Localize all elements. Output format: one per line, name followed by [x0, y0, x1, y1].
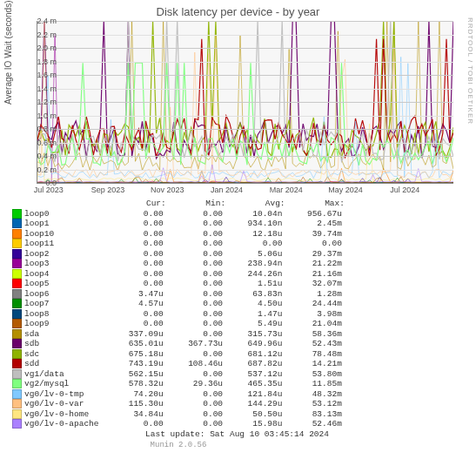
legend-swatch — [12, 389, 22, 399]
legend-header: Cur: Min: Avg: Max: — [12, 199, 345, 209]
x-tick: May 2024 — [328, 186, 363, 194]
rrdtool-credit: RRDTOOL / TOBI OETIKER — [466, 17, 474, 125]
legend-row: vg0/lv-0-home 34.84u 0.00 50.50u 83.13m — [12, 409, 345, 420]
legend-swatch — [12, 399, 22, 408]
legend-swatch — [12, 209, 22, 219]
legend-row: sda 337.09u 0.00 315.73u 58.36m — [12, 329, 345, 340]
legend-row: loop11 0.00 0.00 0.00 0.00 — [12, 239, 345, 249]
legend-row: loop4 0.00 0.00 244.26n 21.16m — [12, 269, 345, 280]
legend-row: loop2 0.00 0.00 5.06u 29.37m — [12, 249, 345, 260]
legend-swatch — [12, 239, 22, 248]
legend-row: sdd 743.19u 108.46u 687.82u 14.21m — [12, 359, 345, 369]
legend-row: vg0/lv-0-tmp 74.20u 0.00 121.84u 48.32m — [12, 389, 345, 400]
y-tick: 0.4 m — [37, 152, 57, 160]
legend-swatch — [12, 279, 22, 288]
x-tick: Sep 2023 — [91, 186, 125, 194]
legend-swatch — [12, 289, 22, 299]
legend-table: Cur: Min: Avg: Max:loop0 0.00 0.00 10.04… — [12, 199, 345, 451]
x-tick: Mar 2024 — [270, 186, 303, 194]
legend-swatch — [12, 259, 22, 268]
legend-row: sdb 635.01u 367.73u 649.96u 52.43m — [12, 339, 345, 349]
y-axis-label: Average IO Wait (seconds) — [3, 1, 13, 105]
y-tick: 1.0 m — [37, 111, 57, 120]
legend-swatch — [12, 319, 22, 328]
legend-swatch — [12, 369, 22, 379]
footer-credit: Munin 2.0.56 — [12, 441, 345, 451]
x-tick: Nov 2023 — [151, 186, 184, 194]
y-tick: 2.2 m — [37, 30, 57, 39]
y-tick: 0.2 m — [37, 165, 57, 174]
legend-swatch — [12, 229, 22, 239]
legend-swatch — [12, 349, 22, 359]
legend-swatch — [12, 329, 22, 339]
legend-row: loop10 0.00 0.00 12.18u 39.74m — [12, 229, 345, 240]
y-tick: 2.4 m — [37, 17, 57, 25]
chart-title: Disk latency per device - by year — [0, 0, 476, 18]
x-tick: Jan 2024 — [211, 186, 243, 194]
legend-row: loop3 0.00 0.00 238.94n 21.22m — [12, 259, 345, 269]
legend-swatch — [12, 379, 22, 388]
legend-row: loop7 4.57u 0.00 4.50u 24.44m — [12, 299, 345, 309]
legend-swatch — [12, 299, 22, 308]
y-tick: 1.2 m — [37, 98, 57, 106]
legend-row: loop6 3.47u 0.00 63.83n 1.28m — [12, 289, 345, 300]
plot-area — [37, 21, 453, 184]
y-tick: 2.0 m — [37, 44, 57, 52]
legend-row: loop0 0.00 0.00 10.04n 956.67u — [12, 209, 345, 219]
legend-swatch — [12, 339, 22, 348]
legend-row: vg2/mysql 578.32u 29.36u 465.35u 11.85m — [12, 379, 345, 389]
y-tick: 1.4 m — [37, 84, 57, 93]
legend-row: loop1 0.00 0.00 934.10n 2.45m — [12, 219, 345, 229]
legend-swatch — [12, 269, 22, 279]
last-update: Last update: Sat Aug 10 03:45:14 2024 — [12, 429, 345, 440]
chart-container: Disk latency per device - by year Averag… — [0, 0, 476, 459]
legend-row: loop8 0.00 0.00 1.47u 3.98m — [12, 309, 345, 320]
legend-row: loop9 0.00 0.00 5.49u 21.04m — [12, 319, 345, 329]
y-tick: 0.8 m — [37, 125, 57, 133]
y-tick: 0.6 m — [37, 138, 57, 147]
legend-row: loop5 0.00 0.00 1.51u 32.07m — [12, 279, 345, 289]
y-tick: 1.8 m — [37, 57, 57, 66]
legend-row: vg0/lv-0-var 115.30u 0.00 144.29u 53.12m — [12, 399, 345, 409]
x-tick: Jul 2023 — [34, 186, 64, 194]
legend-swatch — [12, 419, 22, 429]
legend-row: vg0/lv-0-apache 0.00 0.00 15.98u 52.46m — [12, 419, 345, 429]
legend-row: vg1/data 562.15u 0.00 537.12u 53.80m — [12, 369, 345, 380]
legend-swatch — [12, 219, 22, 228]
legend-row: sdc 675.18u 0.00 681.12u 78.48m — [12, 349, 345, 360]
legend-swatch — [12, 359, 22, 368]
legend-swatch — [12, 249, 22, 259]
x-tick: Jul 2024 — [390, 186, 419, 194]
legend-swatch — [12, 409, 22, 419]
legend-swatch — [12, 309, 22, 319]
y-tick: 1.6 m — [37, 71, 57, 79]
